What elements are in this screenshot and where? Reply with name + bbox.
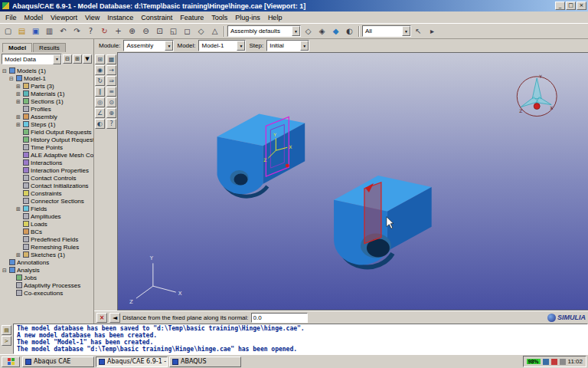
- new-file-icon[interactable]: ▢: [2, 25, 15, 38]
- expander-icon[interactable]: [15, 206, 21, 212]
- zoom-out-icon[interactable]: ⊖: [139, 25, 152, 38]
- module-combo[interactable]: Assembly ▼: [123, 40, 174, 51]
- chevron-down-icon[interactable]: ▼: [237, 41, 245, 51]
- chevron-down-icon[interactable]: ▼: [53, 54, 61, 64]
- zoom-in-icon[interactable]: ⊕: [126, 25, 139, 38]
- tree-item[interactable]: Adaptivity Processes: [0, 281, 93, 289]
- tree-item[interactable]: Predefined Fields: [0, 235, 93, 243]
- simple-merge-icon[interactable]: ◐: [95, 119, 105, 129]
- edge-to-edge-icon[interactable]: ∥: [95, 87, 105, 97]
- shaded-icon[interactable]: ◆: [329, 25, 342, 38]
- tree-item[interactable]: Sketches (1): [0, 251, 93, 258]
- menu-item[interactable]: Constraint: [137, 13, 176, 22]
- volume-icon[interactable]: [560, 359, 566, 365]
- chevron-down-icon[interactable]: ▼: [300, 41, 309, 51]
- tree-tab[interactable]: Model: [2, 43, 32, 52]
- select-arrow-icon[interactable]: ↖: [412, 25, 425, 38]
- expander-icon[interactable]: [2, 68, 8, 74]
- expander-icon[interactable]: [15, 91, 21, 97]
- expander-icon[interactable]: [15, 122, 21, 127]
- box-zoom-icon[interactable]: ◱: [167, 25, 180, 38]
- tree-item[interactable]: ALE Adaptive Mesh Cons: [0, 151, 93, 159]
- tree-options-button[interactable]: ▼: [83, 54, 92, 64]
- tree-item[interactable]: Constraints: [0, 189, 93, 197]
- tree-item[interactable]: Remeshing Rules: [0, 243, 93, 251]
- tree-item[interactable]: BCs: [0, 228, 93, 235]
- taskbar-button[interactable]: Abaqus/CAE 6.9-1 - M...: [96, 356, 168, 367]
- open-icon[interactable]: ▤: [15, 25, 28, 38]
- menu-item[interactable]: Model: [21, 13, 47, 22]
- coaxial-icon[interactable]: ◎: [95, 97, 105, 107]
- step-combo[interactable]: Initial ▼: [266, 40, 309, 51]
- start-button[interactable]: [2, 356, 20, 367]
- parallel-csys-icon[interactable]: ∠: [95, 108, 105, 118]
- viewport[interactable]: X Y Z: [117, 52, 588, 310]
- tree-item[interactable]: Model-1: [0, 74, 93, 82]
- expander-icon[interactable]: [15, 84, 21, 89]
- translate-instance-icon[interactable]: →: [106, 65, 116, 75]
- tree-item[interactable]: Materials (1): [0, 90, 93, 97]
- tree-item[interactable]: Models (1): [0, 67, 93, 74]
- save-icon[interactable]: ▣: [29, 25, 42, 38]
- render-style-combo[interactable]: Assembly defaults ▼: [227, 25, 301, 37]
- tree-item[interactable]: Co-executions: [0, 289, 93, 297]
- menu-item[interactable]: Feature: [176, 13, 207, 22]
- tree-item[interactable]: Amplitudes: [0, 212, 93, 220]
- auto-fit-icon[interactable]: ⊡: [153, 25, 166, 38]
- tree-item[interactable]: Assembly: [0, 113, 93, 120]
- expander-icon[interactable]: [15, 114, 21, 120]
- wireframe-icon[interactable]: ◇: [302, 25, 315, 38]
- tree-item[interactable]: Fields: [0, 205, 93, 212]
- tree-item[interactable]: Interactions: [0, 159, 93, 166]
- tree-collapse-all-button[interactable]: ⊟: [63, 54, 72, 64]
- cancel-prompt-button[interactable]: ×: [96, 313, 107, 323]
- front-view-icon[interactable]: ◻: [181, 25, 194, 38]
- pan-view-icon[interactable]: +: [112, 25, 125, 38]
- menu-item[interactable]: Plug-ins: [231, 13, 264, 22]
- taskbar-button[interactable]: Abaqus CAE: [22, 356, 94, 367]
- tree-item[interactable]: Loads: [0, 220, 93, 228]
- command-line-tab[interactable]: >: [2, 336, 11, 346]
- tree-item[interactable]: Analysis: [0, 266, 93, 274]
- distance-input[interactable]: [251, 313, 308, 323]
- viewport-canvas[interactable]: X Y Z: [118, 53, 588, 310]
- tree-item[interactable]: Interaction Properties: [0, 166, 93, 174]
- linear-pattern-icon[interactable]: ▦: [106, 54, 116, 64]
- cut-view-icon[interactable]: ◐: [343, 25, 356, 38]
- chevron-down-icon[interactable]: ▼: [402, 26, 410, 36]
- menu-item[interactable]: View: [81, 13, 103, 22]
- chevron-down-icon[interactable]: ▼: [292, 26, 300, 36]
- tree-item[interactable]: Connector Sections: [0, 197, 93, 205]
- expander-icon[interactable]: [8, 76, 15, 81]
- print-icon[interactable]: ▥: [43, 25, 56, 38]
- message-log-tab[interactable]: ▤: [2, 325, 11, 335]
- menu-item[interactable]: Instance: [103, 13, 137, 22]
- merge-cut-icon[interactable]: ⊕: [106, 108, 116, 118]
- compass-origin-ball[interactable]: [534, 104, 540, 110]
- tree-item[interactable]: Contact Initializations: [0, 182, 93, 189]
- tree-item[interactable]: Field Output Requests: [0, 128, 93, 136]
- expander-icon[interactable]: [15, 252, 21, 258]
- alert-icon[interactable]: [551, 359, 557, 365]
- menu-item[interactable]: Help: [264, 13, 286, 22]
- face-to-face-icon[interactable]: ≡: [106, 87, 116, 97]
- rotate-view-icon[interactable]: ↻: [98, 25, 111, 38]
- tree-item[interactable]: Time Points: [0, 143, 93, 151]
- tree-item[interactable]: Steps (1): [0, 120, 93, 128]
- expander-icon[interactable]: [2, 268, 8, 273]
- tree-filter-combo[interactable]: Model Data ▼: [2, 54, 62, 64]
- tree-item[interactable]: Annotations: [0, 258, 93, 266]
- undo-icon[interactable]: ↶: [57, 25, 70, 38]
- chevron-down-icon[interactable]: ▼: [165, 41, 173, 51]
- model-combo[interactable]: Model-1 ▼: [198, 40, 246, 51]
- query-icon[interactable]: ?: [84, 25, 97, 38]
- perspective-icon[interactable]: △: [208, 25, 221, 38]
- selection-filter-combo[interactable]: All ▼: [362, 25, 411, 37]
- redo-icon[interactable]: ↷: [70, 25, 83, 38]
- coincident-point-icon[interactable]: ⊙: [106, 97, 116, 107]
- radial-pattern-icon[interactable]: ◉: [95, 65, 105, 75]
- menu-item[interactable]: Viewport: [47, 13, 81, 22]
- previous-prompt-button[interactable]: ◄: [109, 313, 120, 323]
- query-info-icon[interactable]: ?: [106, 119, 116, 129]
- expander-icon[interactable]: [15, 99, 21, 104]
